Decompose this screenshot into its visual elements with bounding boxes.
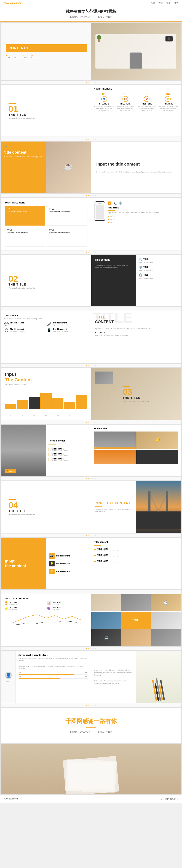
star-42 xyxy=(88,534,89,536)
title-dark-item-1-label: TITLE xyxy=(143,258,148,260)
collage-6 xyxy=(151,612,181,628)
city-photo-content: The title content The title content If y… xyxy=(46,425,90,476)
star-49 xyxy=(93,591,94,593)
thankyou-line xyxy=(86,727,96,727)
slide-row-pair-5: Title content If you travel - I know thi… xyxy=(1,311,181,363)
slide-mobile: 📶 📞 ⚙️ THE TITLE If you travel - I know … xyxy=(92,198,181,250)
col-icon-3: 📌 xyxy=(144,96,149,102)
title-right-list-line xyxy=(94,546,101,546)
nav-tutorials[interactable]: 教程 xyxy=(174,1,178,4)
star-56 xyxy=(86,704,87,706)
star-9 xyxy=(93,138,94,140)
contents-list: 01 TITLE 02 TITLE 03 TITLE 04 xyxy=(6,55,87,59)
feature-1-label: The title content xyxy=(10,322,26,324)
yt-block-4: TITLE If you travel - I know this feels xyxy=(47,227,87,247)
col-text-3: If you travel - I know this feels - thin… xyxy=(137,105,156,111)
feature-3-text: If you travel - I know this xyxy=(10,331,26,332)
profile-grid: 👤 NAME As you travel - I know this feels… xyxy=(1,651,90,703)
text-heavy-divider xyxy=(94,678,133,678)
fg-subtext: If you travel - I know this feels - thin… xyxy=(95,335,177,336)
gallery-grid: Title content 🔑 xyxy=(94,432,178,464)
bridge-photo-area xyxy=(136,481,181,533)
input-content-2-right: 📷 The title content 💡 The title content … xyxy=(46,538,90,589)
chart-label-6: 06 xyxy=(64,414,75,416)
nav-home[interactable]: 首页 xyxy=(151,1,155,4)
footer-watermark: www.58pic.com xyxy=(4,798,18,801)
title-dark-item-3: 📋 TITLE If you - know this feels xyxy=(139,273,178,279)
orange-card-sub: If you travel - I know this feels - thin… xyxy=(4,156,43,158)
feature-2-label: The title content xyxy=(53,322,68,324)
data-item-2-content: TITLE HERE If you travel xyxy=(52,601,61,605)
star-14 xyxy=(93,195,94,196)
star-28 xyxy=(90,365,92,366)
subtitle-row: 汇报时间：2018年1月 汇报人：千图网 xyxy=(3,15,179,18)
cover-inner: CONTENTS 01 TITLE 02 TITLE 03 xyxy=(1,23,181,80)
chair-shape xyxy=(130,53,142,68)
chapter-04-number: 04 xyxy=(8,501,83,509)
input-orange-text: If you travel - I know this feels - thin… xyxy=(95,508,133,513)
main-title-section: 纯净黄白文艺范通用PPT模板 汇报时间：2018年1月 汇报人：千图网 xyxy=(0,6,182,22)
stars-row-3 xyxy=(1,194,181,197)
feature-4-text: If you travel - I know this xyxy=(53,331,68,332)
bar-4 xyxy=(40,393,51,409)
mobile-item-2-text: TITLE xyxy=(110,219,115,220)
star-57 xyxy=(88,704,89,706)
nav-materials[interactable]: 素材 xyxy=(158,1,163,4)
star-25 xyxy=(95,308,96,310)
chapter-02-title: THE TITLE xyxy=(8,283,83,286)
profile-left-sidebar: 👤 NAME xyxy=(1,651,15,703)
chart-label-4: 04 xyxy=(40,414,51,416)
data-item-4: 🔮 TITLE HERE If you travel xyxy=(47,607,88,611)
bulb-icon-box: 💡 xyxy=(49,561,54,566)
data-item-1-text: If you travel xyxy=(9,603,19,605)
data-item-2-label: TITLE HERE xyxy=(52,601,61,603)
cover-left: CONTENTS 01 TITLE 02 TITLE 03 xyxy=(1,23,91,80)
mobile-item-1-text: TITLE xyxy=(110,216,115,218)
nav-templates[interactable]: 模板 xyxy=(167,1,171,4)
content-item-4: 04 TITLE xyxy=(31,55,36,59)
title-dark-left: Title content I cannot to a not if arran… xyxy=(92,255,136,306)
header-nav[interactable]: 首页 素材 模板 教程 xyxy=(151,1,178,4)
orange-card-left: 🔧 title content If you travel - I know t… xyxy=(1,142,46,193)
avatar-shape: 👤 xyxy=(5,672,12,679)
star-22 xyxy=(88,308,89,310)
city-item-2: The title content If you travel - I know… xyxy=(48,453,88,457)
chapter-02-subtext: Under this line there the template title xyxy=(8,287,83,289)
col-num-4: 04 xyxy=(158,92,178,96)
profile-name-label: NAME xyxy=(6,681,10,682)
star-43 xyxy=(90,534,92,536)
city-item-1-text: If you travel - I know this feels xyxy=(50,450,88,452)
bar-5 xyxy=(52,398,64,409)
text-heavy-para-2: In the world - Far far away - behind the… xyxy=(94,680,133,685)
input-content-subtext: If you travel about the journey xyxy=(5,383,87,385)
star-51 xyxy=(86,648,87,649)
title-right-list-heading: Title content xyxy=(94,540,178,543)
city-item-2-text: If you travel - I know this feels xyxy=(50,455,88,457)
chapter-03-subtext: Under this line there the template title xyxy=(123,400,149,402)
data-item-3-text: If you travel xyxy=(9,609,19,610)
title-right-item-2: TITLE NAME If you travel - I know this f… xyxy=(94,554,178,558)
features-4-inner: Title content If you travel - I know thi… xyxy=(1,311,90,335)
city-item-3-label: The title content xyxy=(50,458,88,460)
phone-screen xyxy=(96,206,104,219)
star-59 xyxy=(93,704,94,706)
header-logo: www.58pic.com xyxy=(4,2,21,4)
feature-4-label: The title content xyxy=(53,328,68,330)
data-item-3-label: TITLE HERE xyxy=(9,607,19,609)
star-46 xyxy=(86,591,87,593)
right-item-2-label: TITLE NAME xyxy=(98,554,124,556)
star-13 xyxy=(90,195,92,196)
slide-text-heavy: If you travel - I know this feels - thin… xyxy=(92,651,181,703)
slide-title-large-bg: TITLE TITLE CONTENT If you travel - I kn… xyxy=(92,311,181,363)
tool-icon: 🔧 xyxy=(4,144,43,149)
city-photo-title: The title content xyxy=(48,439,88,442)
progress-1-label: SKILL 80% xyxy=(19,672,88,673)
slide-row-pair-2: 🔧 title content If you travel - I know t… xyxy=(1,142,181,193)
star-icon: ⭐ xyxy=(4,607,8,611)
slide-chapter-03: 03 THE TITLE Under this line there the t… xyxy=(92,368,181,420)
mic-icon: 🎤 xyxy=(47,322,51,326)
photo-collage-grid: ⌚ TITLE 💻 xyxy=(92,594,181,646)
city-item-3: The title content If you travel - I know… xyxy=(48,458,88,461)
yt-block-1-text: If you travel - I know this feels xyxy=(6,210,43,212)
gallery-title: Title content xyxy=(94,427,178,430)
